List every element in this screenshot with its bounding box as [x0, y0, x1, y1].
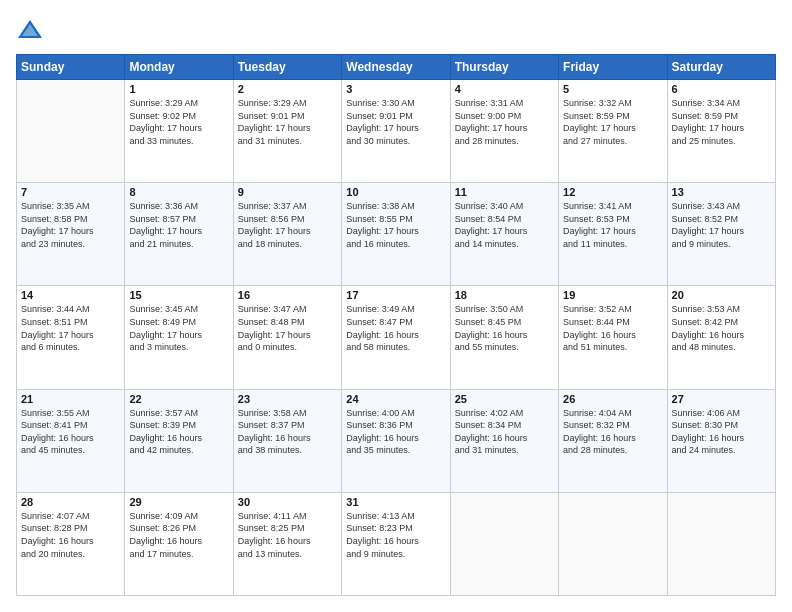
calendar-cell: 3Sunrise: 3:30 AM Sunset: 9:01 PM Daylig…	[342, 80, 450, 183]
calendar-cell	[559, 492, 667, 595]
day-number: 22	[129, 393, 228, 405]
calendar-cell: 17Sunrise: 3:49 AM Sunset: 8:47 PM Dayli…	[342, 286, 450, 389]
day-number: 16	[238, 289, 337, 301]
calendar-cell: 16Sunrise: 3:47 AM Sunset: 8:48 PM Dayli…	[233, 286, 341, 389]
day-number: 9	[238, 186, 337, 198]
day-number: 24	[346, 393, 445, 405]
day-info: Sunrise: 3:36 AM Sunset: 8:57 PM Dayligh…	[129, 200, 228, 250]
calendar-cell: 26Sunrise: 4:04 AM Sunset: 8:32 PM Dayli…	[559, 389, 667, 492]
day-info: Sunrise: 3:41 AM Sunset: 8:53 PM Dayligh…	[563, 200, 662, 250]
calendar-cell: 10Sunrise: 3:38 AM Sunset: 8:55 PM Dayli…	[342, 183, 450, 286]
day-number: 5	[563, 83, 662, 95]
calendar-cell: 5Sunrise: 3:32 AM Sunset: 8:59 PM Daylig…	[559, 80, 667, 183]
calendar-cell: 22Sunrise: 3:57 AM Sunset: 8:39 PM Dayli…	[125, 389, 233, 492]
day-info: Sunrise: 3:47 AM Sunset: 8:48 PM Dayligh…	[238, 303, 337, 353]
day-number: 6	[672, 83, 771, 95]
day-info: Sunrise: 3:40 AM Sunset: 8:54 PM Dayligh…	[455, 200, 554, 250]
calendar-cell: 7Sunrise: 3:35 AM Sunset: 8:58 PM Daylig…	[17, 183, 125, 286]
calendar-cell: 29Sunrise: 4:09 AM Sunset: 8:26 PM Dayli…	[125, 492, 233, 595]
day-info: Sunrise: 3:29 AM Sunset: 9:02 PM Dayligh…	[129, 97, 228, 147]
calendar-cell: 31Sunrise: 4:13 AM Sunset: 8:23 PM Dayli…	[342, 492, 450, 595]
calendar-cell: 6Sunrise: 3:34 AM Sunset: 8:59 PM Daylig…	[667, 80, 775, 183]
calendar-header-thursday: Thursday	[450, 55, 558, 80]
calendar-cell: 23Sunrise: 3:58 AM Sunset: 8:37 PM Dayli…	[233, 389, 341, 492]
day-number: 11	[455, 186, 554, 198]
day-info: Sunrise: 3:52 AM Sunset: 8:44 PM Dayligh…	[563, 303, 662, 353]
day-number: 15	[129, 289, 228, 301]
day-number: 12	[563, 186, 662, 198]
day-number: 23	[238, 393, 337, 405]
calendar-week-row: 14Sunrise: 3:44 AM Sunset: 8:51 PM Dayli…	[17, 286, 776, 389]
day-number: 4	[455, 83, 554, 95]
calendar-header-saturday: Saturday	[667, 55, 775, 80]
calendar-cell: 14Sunrise: 3:44 AM Sunset: 8:51 PM Dayli…	[17, 286, 125, 389]
calendar-cell: 1Sunrise: 3:29 AM Sunset: 9:02 PM Daylig…	[125, 80, 233, 183]
calendar-cell: 19Sunrise: 3:52 AM Sunset: 8:44 PM Dayli…	[559, 286, 667, 389]
calendar-cell: 11Sunrise: 3:40 AM Sunset: 8:54 PM Dayli…	[450, 183, 558, 286]
day-info: Sunrise: 3:29 AM Sunset: 9:01 PM Dayligh…	[238, 97, 337, 147]
day-info: Sunrise: 3:32 AM Sunset: 8:59 PM Dayligh…	[563, 97, 662, 147]
calendar-week-row: 21Sunrise: 3:55 AM Sunset: 8:41 PM Dayli…	[17, 389, 776, 492]
calendar-cell: 30Sunrise: 4:11 AM Sunset: 8:25 PM Dayli…	[233, 492, 341, 595]
day-info: Sunrise: 3:50 AM Sunset: 8:45 PM Dayligh…	[455, 303, 554, 353]
day-info: Sunrise: 3:57 AM Sunset: 8:39 PM Dayligh…	[129, 407, 228, 457]
calendar-cell: 18Sunrise: 3:50 AM Sunset: 8:45 PM Dayli…	[450, 286, 558, 389]
day-info: Sunrise: 3:55 AM Sunset: 8:41 PM Dayligh…	[21, 407, 120, 457]
day-number: 28	[21, 496, 120, 508]
day-info: Sunrise: 4:00 AM Sunset: 8:36 PM Dayligh…	[346, 407, 445, 457]
day-info: Sunrise: 3:30 AM Sunset: 9:01 PM Dayligh…	[346, 97, 445, 147]
day-number: 25	[455, 393, 554, 405]
day-number: 8	[129, 186, 228, 198]
calendar-cell: 24Sunrise: 4:00 AM Sunset: 8:36 PM Dayli…	[342, 389, 450, 492]
calendar-cell: 21Sunrise: 3:55 AM Sunset: 8:41 PM Dayli…	[17, 389, 125, 492]
day-info: Sunrise: 4:09 AM Sunset: 8:26 PM Dayligh…	[129, 510, 228, 560]
day-info: Sunrise: 3:43 AM Sunset: 8:52 PM Dayligh…	[672, 200, 771, 250]
day-info: Sunrise: 3:37 AM Sunset: 8:56 PM Dayligh…	[238, 200, 337, 250]
day-number: 14	[21, 289, 120, 301]
day-info: Sunrise: 3:49 AM Sunset: 8:47 PM Dayligh…	[346, 303, 445, 353]
calendar-cell: 15Sunrise: 3:45 AM Sunset: 8:49 PM Dayli…	[125, 286, 233, 389]
calendar-cell: 9Sunrise: 3:37 AM Sunset: 8:56 PM Daylig…	[233, 183, 341, 286]
day-number: 30	[238, 496, 337, 508]
day-info: Sunrise: 4:02 AM Sunset: 8:34 PM Dayligh…	[455, 407, 554, 457]
calendar-header-tuesday: Tuesday	[233, 55, 341, 80]
day-info: Sunrise: 3:34 AM Sunset: 8:59 PM Dayligh…	[672, 97, 771, 147]
day-info: Sunrise: 3:58 AM Sunset: 8:37 PM Dayligh…	[238, 407, 337, 457]
calendar-header-friday: Friday	[559, 55, 667, 80]
calendar-cell: 4Sunrise: 3:31 AM Sunset: 9:00 PM Daylig…	[450, 80, 558, 183]
day-number: 2	[238, 83, 337, 95]
day-info: Sunrise: 3:31 AM Sunset: 9:00 PM Dayligh…	[455, 97, 554, 147]
day-number: 20	[672, 289, 771, 301]
calendar-cell: 2Sunrise: 3:29 AM Sunset: 9:01 PM Daylig…	[233, 80, 341, 183]
calendar-cell	[450, 492, 558, 595]
calendar-cell: 28Sunrise: 4:07 AM Sunset: 8:28 PM Dayli…	[17, 492, 125, 595]
day-info: Sunrise: 4:11 AM Sunset: 8:25 PM Dayligh…	[238, 510, 337, 560]
day-info: Sunrise: 3:35 AM Sunset: 8:58 PM Dayligh…	[21, 200, 120, 250]
calendar-cell: 20Sunrise: 3:53 AM Sunset: 8:42 PM Dayli…	[667, 286, 775, 389]
calendar-week-row: 1Sunrise: 3:29 AM Sunset: 9:02 PM Daylig…	[17, 80, 776, 183]
logo	[16, 16, 46, 44]
calendar-page: SundayMondayTuesdayWednesdayThursdayFrid…	[0, 0, 792, 612]
calendar-cell	[667, 492, 775, 595]
calendar-header-sunday: Sunday	[17, 55, 125, 80]
logo-icon	[16, 16, 44, 44]
day-number: 31	[346, 496, 445, 508]
day-number: 1	[129, 83, 228, 95]
day-number: 10	[346, 186, 445, 198]
day-number: 27	[672, 393, 771, 405]
day-info: Sunrise: 3:44 AM Sunset: 8:51 PM Dayligh…	[21, 303, 120, 353]
day-info: Sunrise: 4:06 AM Sunset: 8:30 PM Dayligh…	[672, 407, 771, 457]
day-info: Sunrise: 3:45 AM Sunset: 8:49 PM Dayligh…	[129, 303, 228, 353]
day-info: Sunrise: 3:38 AM Sunset: 8:55 PM Dayligh…	[346, 200, 445, 250]
calendar-table: SundayMondayTuesdayWednesdayThursdayFrid…	[16, 54, 776, 596]
day-number: 3	[346, 83, 445, 95]
day-number: 18	[455, 289, 554, 301]
day-number: 29	[129, 496, 228, 508]
day-info: Sunrise: 4:07 AM Sunset: 8:28 PM Dayligh…	[21, 510, 120, 560]
calendar-header-row: SundayMondayTuesdayWednesdayThursdayFrid…	[17, 55, 776, 80]
calendar-week-row: 7Sunrise: 3:35 AM Sunset: 8:58 PM Daylig…	[17, 183, 776, 286]
day-number: 21	[21, 393, 120, 405]
calendar-header-monday: Monday	[125, 55, 233, 80]
day-number: 17	[346, 289, 445, 301]
calendar-week-row: 28Sunrise: 4:07 AM Sunset: 8:28 PM Dayli…	[17, 492, 776, 595]
